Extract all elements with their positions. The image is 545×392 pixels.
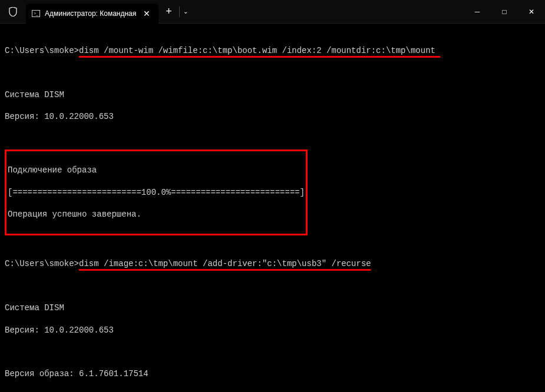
output-line: Операция успешно завершена. xyxy=(8,209,305,220)
new-tab-button[interactable]: + xyxy=(158,5,179,18)
tab-dropdown-button[interactable]: ⌄ xyxy=(180,8,191,15)
terminal-output[interactable]: C:\Users\smoke>dism /mount-wim /wimfile:… xyxy=(0,24,545,392)
output-line: Версия: 10.0.22000.653 xyxy=(5,325,540,336)
prompt-line: C:\Users\smoke>dism /mount-wim /wimfile:… xyxy=(5,45,540,57)
highlight-box-1: Подключение образа [====================… xyxy=(5,150,308,235)
prompt-line: C:\Users\smoke>dism /image:c:\tmp\mount … xyxy=(5,258,540,270)
minimize-button[interactable]: ─ xyxy=(464,0,491,24)
command-1: dism /mount-wim /wimfile:c:\tmp\boot.wim… xyxy=(79,46,440,55)
tab-title: Администратор: Командная xyxy=(45,9,136,18)
maximize-button[interactable]: □ xyxy=(491,0,518,24)
output-line: Подключение образа xyxy=(8,165,305,176)
output-line: [==========================100.0%=======… xyxy=(8,187,305,198)
command-2: dism /image:c:\tmp\mount /add-driver:"c:… xyxy=(79,259,371,268)
tab-close-button[interactable]: ✕ xyxy=(141,9,153,18)
close-button[interactable]: ✕ xyxy=(518,0,545,24)
output-line: Версия образа: 6.1.7601.17514 xyxy=(5,368,540,380)
shield-icon xyxy=(8,7,18,16)
terminal-icon: >_ xyxy=(32,9,40,18)
output-line: Cистема DISM xyxy=(5,89,540,101)
svg-text:>_: >_ xyxy=(34,11,38,16)
output-line: Версия: 10.0.22000.653 xyxy=(5,111,540,122)
output-line: Cистема DISM xyxy=(5,303,540,314)
title-bar: >_ Администратор: Командная ✕ + ⌄ ─ □ ✕ xyxy=(0,0,545,24)
active-tab[interactable]: >_ Администратор: Командная ✕ xyxy=(26,4,158,24)
